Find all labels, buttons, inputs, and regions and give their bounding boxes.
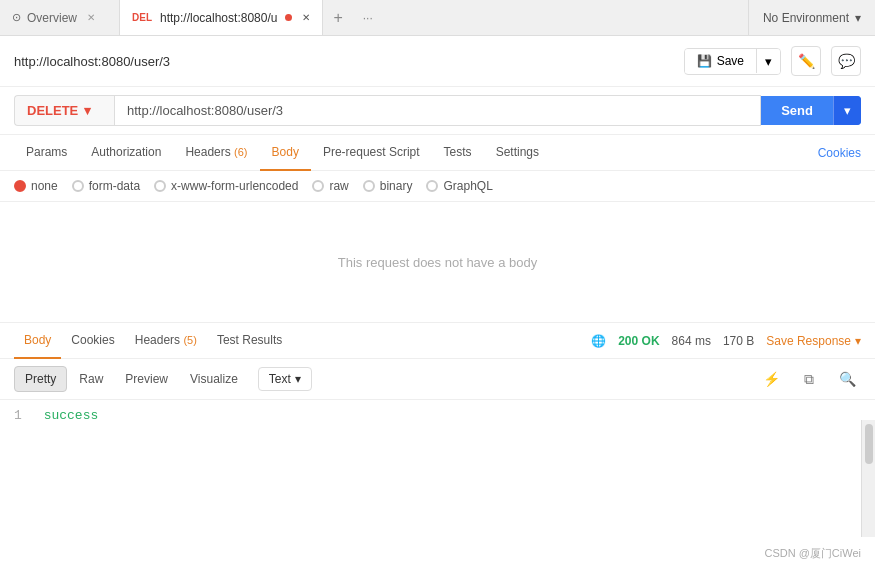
- tab-delete-request[interactable]: DEL http://localhost:8080/u ✕: [120, 0, 323, 35]
- save-button-group: 💾 Save ▾: [684, 48, 781, 75]
- comment-button[interactable]: 💬: [831, 46, 861, 76]
- tab-body[interactable]: Body: [260, 135, 311, 171]
- environment-selector[interactable]: No Environment ▾: [748, 0, 875, 35]
- body-type-urlencoded[interactable]: x-www-form-urlencoded: [154, 179, 298, 193]
- tab-overview-label: Overview: [27, 11, 77, 25]
- edit-button[interactable]: ✏️: [791, 46, 821, 76]
- send-dropdown-button[interactable]: ▾: [833, 96, 861, 125]
- response-time: 864 ms: [672, 334, 711, 348]
- body-type-binary[interactable]: binary: [363, 179, 413, 193]
- unsaved-dot: [285, 14, 292, 21]
- radio-form-data-dot: [72, 180, 84, 192]
- del-badge: DEL: [132, 12, 152, 23]
- close-overview-tab[interactable]: ✕: [87, 12, 95, 23]
- fmt-raw[interactable]: Raw: [69, 367, 113, 391]
- tab-bar: ⊙ Overview ✕ DEL http://localhost:8080/u…: [0, 0, 875, 36]
- format-row: Pretty Raw Preview Visualize Text ▾ ⚡ ⧉ …: [0, 359, 875, 400]
- body-type-row: none form-data x-www-form-urlencoded raw…: [0, 171, 875, 202]
- save-label: Save: [717, 54, 744, 68]
- fmt-pretty[interactable]: Pretty: [14, 366, 67, 392]
- tab-authorization[interactable]: Authorization: [79, 135, 173, 171]
- radio-binary-dot: [363, 180, 375, 192]
- line-number: 1: [14, 408, 22, 423]
- fmt-visualize[interactable]: Visualize: [180, 367, 248, 391]
- tab-tests[interactable]: Tests: [432, 135, 484, 171]
- save-icon: 💾: [697, 54, 712, 68]
- overview-icon: ⊙: [12, 11, 21, 24]
- edit-icon: ✏️: [798, 53, 815, 69]
- method-selector[interactable]: DELETE ▾: [14, 95, 114, 126]
- chevron-down-icon: ▾: [855, 334, 861, 348]
- res-tab-test-results[interactable]: Test Results: [207, 323, 292, 359]
- search-icon[interactable]: 🔍: [833, 365, 861, 393]
- url-bar-row: http://localhost:8080/user/3 💾 Save ▾ ✏️…: [0, 36, 875, 87]
- send-button-group: Send ▾: [761, 96, 861, 125]
- tab-delete-label: http://localhost:8080/u: [160, 11, 277, 25]
- scroll-thumb[interactable]: [865, 424, 873, 464]
- close-delete-tab[interactable]: ✕: [302, 12, 310, 23]
- save-button[interactable]: 💾 Save: [685, 49, 757, 73]
- chevron-down-icon: ▾: [765, 54, 772, 69]
- more-tabs-button[interactable]: ···: [353, 0, 383, 35]
- response-value: success: [44, 408, 99, 423]
- url-input[interactable]: [114, 95, 761, 126]
- format-actions: ⚡ ⧉ 🔍: [757, 365, 861, 393]
- env-label: No Environment: [763, 11, 849, 25]
- copy-icon[interactable]: ⧉: [795, 365, 823, 393]
- status-badge: 200 OK: [618, 334, 659, 348]
- radio-raw-dot: [312, 180, 324, 192]
- body-type-raw[interactable]: raw: [312, 179, 348, 193]
- body-type-graphql[interactable]: GraphQL: [426, 179, 492, 193]
- chevron-down-icon: ▾: [84, 103, 91, 118]
- method-label: DELETE: [27, 103, 78, 118]
- radio-urlencoded-dot: [154, 180, 166, 192]
- watermark: CSDN @厦门CiWei: [750, 540, 875, 567]
- empty-body-message: This request does not have a body: [0, 202, 875, 322]
- chevron-down-icon: ▾: [855, 11, 861, 25]
- send-button[interactable]: Send: [761, 96, 833, 125]
- request-url-display: http://localhost:8080/user/3: [14, 54, 674, 69]
- res-headers-badge: (5): [183, 334, 196, 346]
- format-type-dropdown[interactable]: Text ▾: [258, 367, 312, 391]
- tab-settings[interactable]: Settings: [484, 135, 551, 171]
- add-icon: +: [333, 9, 342, 27]
- response-body: 1 success: [0, 400, 875, 450]
- save-response-button[interactable]: Save Response ▾: [766, 334, 861, 348]
- body-type-none[interactable]: none: [14, 179, 58, 193]
- response-section: Body Cookies Headers (5) Test Results 🌐 …: [0, 322, 875, 450]
- response-meta: 🌐 200 OK 864 ms 170 B Save Response ▾: [591, 334, 861, 348]
- chevron-down-icon: ▾: [295, 372, 301, 386]
- scrollbar[interactable]: [861, 420, 875, 537]
- radio-none-dot: [14, 180, 26, 192]
- cookies-link[interactable]: Cookies: [818, 146, 861, 160]
- fmt-preview[interactable]: Preview: [115, 367, 178, 391]
- body-type-form-data[interactable]: form-data: [72, 179, 140, 193]
- tab-headers[interactable]: Headers (6): [173, 135, 259, 171]
- headers-badge: (6): [234, 146, 247, 158]
- radio-graphql-dot: [426, 180, 438, 192]
- tab-overview[interactable]: ⊙ Overview ✕: [0, 0, 120, 35]
- request-tabs: Params Authorization Headers (6) Body Pr…: [0, 135, 875, 171]
- tab-pre-request[interactable]: Pre-request Script: [311, 135, 432, 171]
- res-tab-body[interactable]: Body: [14, 323, 61, 359]
- tab-params[interactable]: Params: [14, 135, 79, 171]
- request-line: DELETE ▾ Send ▾: [0, 87, 875, 135]
- globe-icon: 🌐: [591, 334, 606, 348]
- add-tab-button[interactable]: +: [323, 0, 352, 35]
- res-tab-cookies[interactable]: Cookies: [61, 323, 124, 359]
- chevron-down-icon: ▾: [844, 103, 851, 118]
- save-dropdown-button[interactable]: ▾: [757, 49, 780, 74]
- response-tabs-row: Body Cookies Headers (5) Test Results 🌐 …: [0, 323, 875, 359]
- more-icon: ···: [363, 11, 373, 25]
- res-tab-headers[interactable]: Headers (5): [125, 323, 207, 359]
- filter-icon[interactable]: ⚡: [757, 365, 785, 393]
- response-size: 170 B: [723, 334, 754, 348]
- comment-icon: 💬: [838, 53, 855, 69]
